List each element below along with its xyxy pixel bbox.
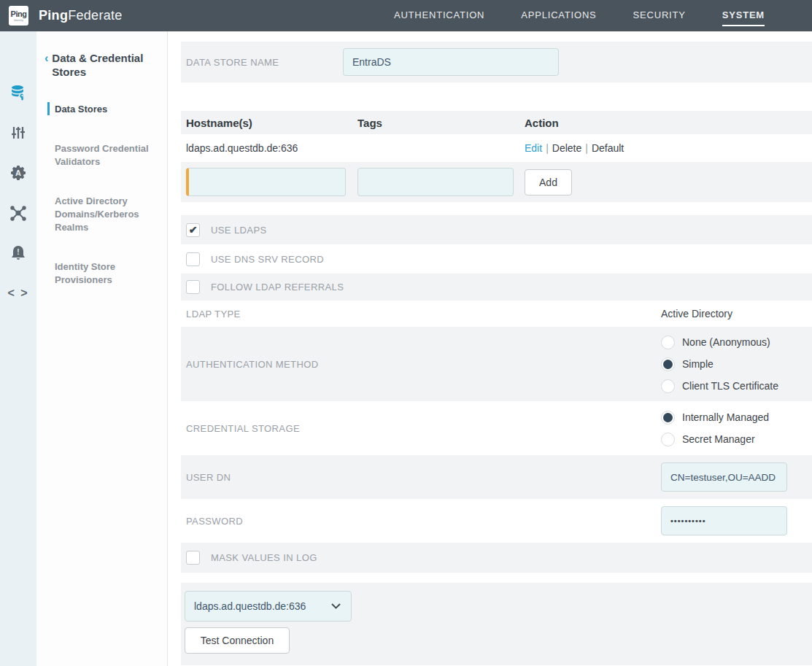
user-dn-label: USER DN [186,472,231,483]
authentication-method-row: AUTHENTICATION METHOD None (Anonymous) S… [181,327,812,401]
hostname-value: ldaps.ad.questdb.de:636 [186,142,357,154]
ping-identity-logo: Ping Identity [9,6,28,26]
sidebar-item-data-stores[interactable]: Data Stores [55,103,157,116]
user-dn-input[interactable] [661,462,787,492]
nav-applications[interactable]: APPLICATIONS [521,5,596,26]
radio-none-anonymous[interactable]: None (Anonymous) [661,331,812,353]
follow-ldap-referrals-row: ✔ FOLLOW LDAP REFERRALS [181,274,812,301]
use-dns-srv-row: ✔ USE DNS SRV RECORD [181,244,812,274]
follow-ldap-referrals-checkbox[interactable]: ✔ [186,280,200,294]
radio-secret-manager[interactable]: Secret Manager [661,428,812,450]
mask-values-checkbox[interactable]: ✔ [186,551,200,565]
authentication-method-options: None (Anonymous) Simple Client TLS Certi… [661,331,812,397]
back-chevron-icon[interactable]: ‹ [45,51,48,79]
main-nav: AUTHENTICATION APPLICATIONS SECURITY SYS… [394,5,765,26]
add-hostname-row: Add [181,162,812,202]
password-label: PASSWORD [186,516,243,527]
col-action: Action [525,117,812,129]
svg-text:A: A [15,169,21,177]
logo-text: Ping [11,10,27,18]
delete-link[interactable]: Delete [552,142,581,154]
top-header: Ping Identity PingFederate AUTHENTICATIO… [0,0,812,31]
sidebar-item-identity-store-provisioners[interactable]: Identity Store Provisioners [55,260,157,287]
nav-system[interactable]: SYSTEM [722,5,765,26]
radio-simple[interactable]: Simple [661,353,812,375]
new-tags-input[interactable] [357,168,514,196]
default-link[interactable]: Default [592,142,624,154]
radio-circle[interactable] [661,379,675,393]
radio-internally-managed[interactable]: Internally Managed [661,406,812,428]
icon-rail: A ! < > [0,31,36,666]
edit-link[interactable]: Edit [525,142,542,154]
mask-values-row: ✔ MASK VALUES IN LOG [181,543,812,573]
password-input[interactable] [661,506,787,535]
settings-sliders-icon[interactable] [9,123,28,142]
mask-values-label: MASK VALUES IN LOG [211,552,317,563]
radio-circle[interactable] [661,433,675,446]
hostname-table-row: ldaps.ad.questdb.de:636 Edit|Delete|Defa… [181,134,812,162]
follow-ldap-referrals-label: FOLLOW LDAP REFERRALS [211,282,344,293]
credential-storage-row: CREDENTIAL STORAGE Internally Managed Se… [181,401,812,455]
data-stores-icon[interactable] [9,83,28,102]
data-store-name-row: DATA STORE NAME [181,42,812,82]
ldap-type-label: LDAP TYPE [186,309,241,320]
credential-storage-options: Internally Managed Secret Manager [661,406,812,450]
credential-storage-label: CREDENTIAL STORAGE [186,423,300,434]
pingfederate-app: Ping Identity PingFederate AUTHENTICATIO… [0,0,812,666]
app-title: PingFederate [39,8,123,23]
data-store-name-input[interactable] [343,48,559,76]
sidebar: ‹ Data & Credential Stores Data Stores P… [36,31,168,666]
test-connection-button[interactable]: Test Connection [185,627,290,654]
ldap-type-row: LDAP TYPE Active Directory [181,301,812,327]
main-content: DATA STORE NAME Hostname(s) Tags Action … [168,31,812,666]
hostnames-table-header: Hostname(s) Tags Action [181,111,812,134]
logo-subtext: Identity [14,19,23,22]
radio-circle-selected[interactable] [661,411,675,425]
col-hostnames: Hostname(s) [186,117,357,129]
password-row: PASSWORD [181,499,812,543]
new-hostname-input[interactable] [186,168,346,196]
code-icon[interactable]: < > [9,284,28,303]
nav-security[interactable]: SECURITY [633,5,686,26]
connections-icon[interactable] [9,204,28,222]
use-ldaps-checkbox[interactable]: ✔ [186,223,200,237]
radio-client-tls-certificate[interactable]: Client TLS Certificate [661,375,812,397]
ldap-type-value: Active Directory [661,308,812,320]
use-dns-srv-checkbox[interactable]: ✔ [186,252,200,266]
use-ldaps-label: USE LDAPS [211,225,267,236]
sidebar-title: Data & Credential Stores [52,51,157,79]
use-dns-srv-label: USE DNS SRV RECORD [211,254,324,265]
nav-authentication[interactable]: AUTHENTICATION [394,5,484,26]
radio-circle-selected[interactable] [661,357,675,371]
row-actions: Edit|Delete|Default [525,142,812,154]
add-button[interactable]: Add [525,169,572,195]
hostname-select-value: ldaps.ad.questdb.de:636 [194,600,331,612]
sidebar-item-ad-domains-kerberos[interactable]: Active Directory Domains/Kerberos Realms [55,195,157,234]
sidebar-item-password-credential-validators[interactable]: Password Credential Validators [55,142,157,169]
radio-circle[interactable] [661,336,675,349]
user-dn-row: USER DN [181,455,812,499]
col-tags: Tags [357,117,525,129]
notifications-bell-icon[interactable]: ! [9,244,28,263]
data-store-name-label: DATA STORE NAME [186,57,343,68]
admin-gear-icon[interactable]: A [9,163,28,182]
hostname-select[interactable]: ldaps.ad.questdb.de:636 [185,591,352,622]
authentication-method-label: AUTHENTICATION METHOD [186,359,319,370]
chevron-down-icon [331,603,341,609]
use-ldaps-row: ✔ USE LDAPS [181,215,812,244]
svg-text:!: ! [17,248,19,256]
test-connection-panel: ldaps.ad.questdb.de:636 Test Connection [181,583,812,665]
